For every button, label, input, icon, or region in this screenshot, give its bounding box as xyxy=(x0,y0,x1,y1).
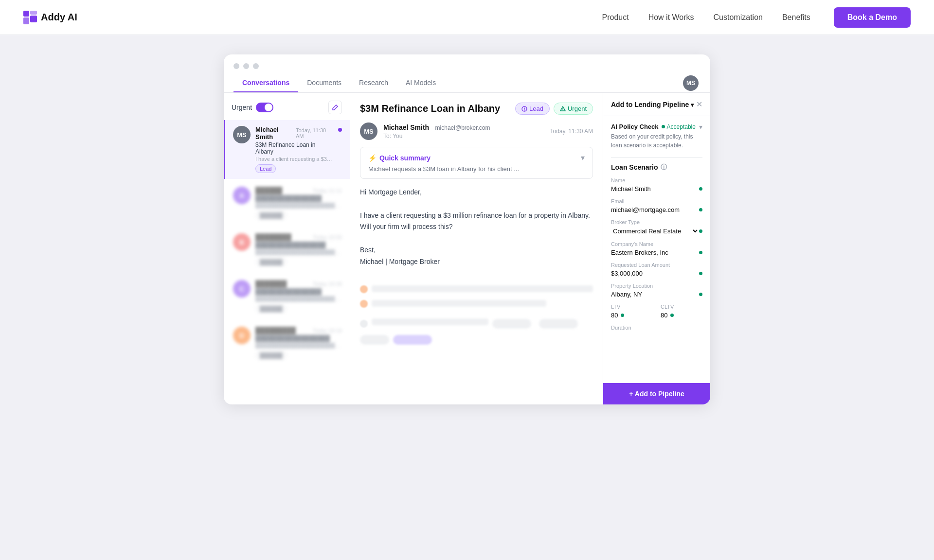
tab-ai-models[interactable]: AI Models xyxy=(397,74,445,92)
field-email-value: michael@mortgage.com xyxy=(611,206,702,213)
policy-check: AI Policy Check Acceptable Based on your… xyxy=(611,123,702,150)
ltv-item: LTV 80 xyxy=(611,304,653,319)
field-broker-label: Broker Type xyxy=(611,219,702,225)
tabs-bar: Conversations Documents Research AI Mode… xyxy=(224,74,710,93)
conversation-avatar-4: C xyxy=(233,280,251,298)
dot-yellow xyxy=(243,63,249,69)
urgent-toggle[interactable] xyxy=(256,103,273,112)
quick-summary-text: Michael requests a $3M loan in Albany fo… xyxy=(368,165,585,173)
compose-button[interactable] xyxy=(328,101,342,114)
urgent-icon xyxy=(560,106,566,112)
conversation-subject: $3M Refinance Loan in Albany xyxy=(255,141,333,155)
ltv-cltv-row: LTV 80 CLTV 80 xyxy=(611,304,702,319)
field-name: Name Michael Smith xyxy=(611,177,702,192)
email-blurred-content xyxy=(360,285,593,349)
app-body: Urgent MS Michael Smith xyxy=(224,93,710,404)
dot-red xyxy=(234,63,239,69)
main-area: Conversations Documents Research AI Mode… xyxy=(0,35,934,560)
cltv-item: CLTV 80 xyxy=(661,304,702,319)
right-panel: Add to Lending Pipeline ✕ AI Policy Chec… xyxy=(603,93,710,404)
conversation-item-michael[interactable]: MS Michael Smith Today, 11:30 AM $3M Ref… xyxy=(224,120,350,179)
policy-status: Acceptable xyxy=(662,123,696,130)
nav-benefits[interactable]: Benefits xyxy=(782,13,810,22)
tab-research[interactable]: Research xyxy=(350,74,397,92)
field-loan-amount-label: Requested Loan Amount xyxy=(611,262,702,268)
email-badge-urgent: Urgent xyxy=(554,103,593,115)
sender-name: Michael Smith xyxy=(383,123,429,131)
conversation-badge-lead: Lead xyxy=(255,164,276,173)
field-duration-label: Duration xyxy=(611,325,702,331)
logo-icon xyxy=(23,11,37,24)
field-broker-value[interactable]: Commercial Real Estate Residential Indus… xyxy=(611,227,702,235)
field-email: Email michael@mortgage.com xyxy=(611,198,702,213)
field-name-dot xyxy=(699,187,702,191)
conversation-item-blurred-2[interactable]: B ████████ Today 10:55 █████████████████… xyxy=(224,228,350,272)
right-panel-title: Add to Lending Pipeline xyxy=(611,101,694,108)
loan-scenario-info-icon xyxy=(661,163,667,172)
ltv-dot xyxy=(621,314,624,317)
book-demo-button[interactable]: Book a Demo xyxy=(834,7,911,28)
svg-rect-2 xyxy=(30,16,37,22)
nav-customization[interactable]: Customization xyxy=(714,13,763,22)
unread-dot xyxy=(338,128,342,132)
field-company-label: Company's Name xyxy=(611,241,702,247)
right-panel-body: AI Policy Check Acceptable Based on your… xyxy=(603,116,710,383)
field-property-value: Albany, NY xyxy=(611,291,702,298)
conversation-item-blurred-3[interactable]: C ███████ Today 10:30 ████████████████ █… xyxy=(224,274,350,319)
policy-status-dot xyxy=(662,125,665,128)
email-meta-info: Michael Smith michael@broker.com To: You xyxy=(383,123,490,140)
sender-email: michael@broker.com xyxy=(435,124,490,131)
quick-summary[interactable]: ⚡ Quick summary ▾ Michael requests a $3M… xyxy=(360,147,593,179)
section-divider xyxy=(611,158,702,158)
nav-product[interactable]: Product xyxy=(602,13,629,22)
window-dots xyxy=(224,54,710,74)
right-panel-header: Add to Lending Pipeline ✕ xyxy=(603,93,710,116)
email-to: To: You xyxy=(383,133,490,140)
field-company: Company's Name Eastern Brokers, Inc xyxy=(611,241,702,256)
conversation-preview: I have a client requesting a $3 millio..… xyxy=(255,156,333,162)
tab-documents[interactable]: Documents xyxy=(298,74,350,92)
app-window: Conversations Documents Research AI Mode… xyxy=(224,54,710,404)
conversation-item-blurred-4[interactable]: D █████████ Today 10:10 ████████████████… xyxy=(224,321,350,366)
field-property-dot xyxy=(699,293,702,296)
policy-check-title: AI Policy Check Acceptable xyxy=(611,123,699,130)
nav-how-it-works[interactable]: How it Works xyxy=(648,13,694,22)
cltv-value: 80 xyxy=(661,312,702,319)
email-time: Today, 11:30 AM xyxy=(550,128,593,135)
loan-scenario-title: Loan Scenario xyxy=(611,163,702,172)
field-company-dot xyxy=(699,251,702,254)
cltv-dot xyxy=(670,314,674,317)
email-title: $3M Refinance Loan in Albany xyxy=(360,103,500,114)
logo[interactable]: Addy AI xyxy=(23,11,77,24)
quick-summary-chevron: ▾ xyxy=(581,153,585,162)
right-panel-chevron[interactable] xyxy=(691,101,694,108)
tab-conversations[interactable]: Conversations xyxy=(234,74,298,92)
email-meta: MS Michael Smith michael@broker.com To: … xyxy=(360,122,593,140)
add-to-pipeline-button[interactable]: + Add to Pipeline xyxy=(603,383,710,404)
field-email-dot xyxy=(699,208,702,211)
field-loan-amount-dot xyxy=(699,272,702,275)
right-panel-close[interactable]: ✕ xyxy=(696,100,702,109)
field-property-label: Property Location xyxy=(611,283,702,289)
field-broker-dot xyxy=(699,229,702,233)
user-avatar[interactable]: MS xyxy=(683,75,699,91)
field-duration: Duration xyxy=(611,325,702,331)
conversation-avatar: MS xyxy=(233,126,251,143)
conversation-avatar-5: D xyxy=(233,327,251,344)
sender-avatar: MS xyxy=(360,122,377,140)
lead-icon xyxy=(521,106,527,112)
conversation-item-blurred-1[interactable]: A ██████ Today 11:11 ████████████████ ██… xyxy=(224,181,350,226)
email-header: $3M Refinance Loan in Albany Lead Urgent xyxy=(360,103,593,115)
nav-links: Product How it Works Customization Benef… xyxy=(602,13,810,22)
field-loan-amount: Requested Loan Amount $3,000,000 xyxy=(611,262,702,277)
compose-icon xyxy=(332,104,339,111)
urgent-label: Urgent xyxy=(232,104,252,111)
field-name-label: Name xyxy=(611,177,702,183)
left-panel: Urgent MS Michael Smith xyxy=(224,93,350,404)
field-loan-amount-value: $3,000,000 xyxy=(611,270,702,277)
conversation-name: Michael Smith xyxy=(255,126,296,140)
email-badges: Lead Urgent xyxy=(515,103,593,115)
field-email-label: Email xyxy=(611,198,702,204)
broker-type-select[interactable]: Commercial Real Estate Residential Indus… xyxy=(611,227,699,235)
policy-expand-button[interactable]: ▾ xyxy=(699,123,702,131)
